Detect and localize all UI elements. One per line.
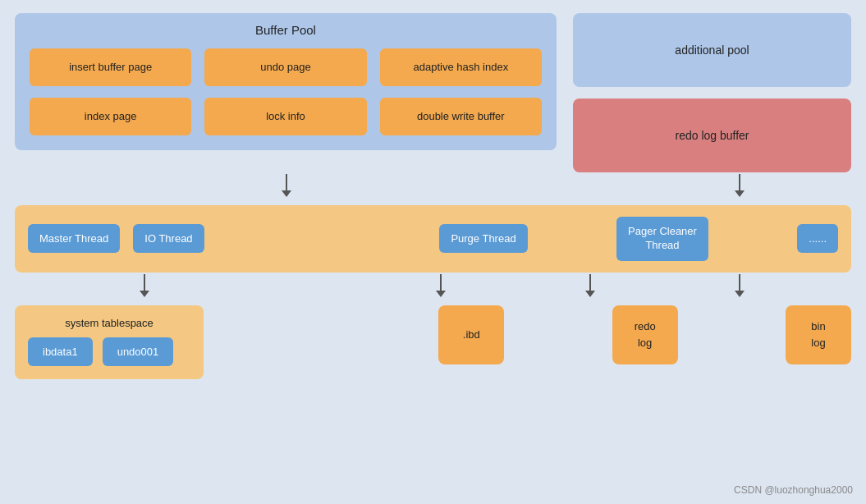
sys-inner: ibdata1 undo001	[28, 337, 190, 366]
watermark: CSDN @luozhonghua2000	[734, 484, 853, 496]
master-thread-box: Master Thread	[28, 224, 120, 253]
ibdata1-box: ibdata1	[28, 337, 93, 366]
arrow-master-down	[140, 274, 149, 297]
io-thread-box: IO Thread	[133, 224, 204, 253]
purge-thread-box: Purge Thread	[439, 224, 527, 253]
thread-row: Master Thread IO Thread Purge Thread Pag…	[15, 205, 851, 273]
more-threads-box: ......	[797, 224, 838, 253]
main-layout: Buffer Pool insert buffer page undo page…	[0, 0, 866, 504]
top-row: Buffer Pool insert buffer page undo page…	[15, 13, 851, 172]
bp-cell-double-write: double write buffer	[380, 98, 542, 135]
buffer-pool-title: Buffer Pool	[30, 23, 542, 37]
pager-cleaner-thread-box: Pager Cleaner Thread	[616, 217, 708, 261]
arrow-purge-down	[436, 274, 446, 297]
undo001-box: undo001	[103, 337, 174, 366]
arrow-buffer-to-thread	[282, 174, 291, 197]
redo-log-box: redo log	[612, 305, 678, 364]
bottom-row: system tablespace ibdata1 undo001 .ibd r…	[15, 305, 851, 379]
bp-cell-undo-page: undo page	[204, 48, 366, 86]
bp-cell-adaptive-hash: adaptive hash index	[380, 48, 542, 86]
additional-pool-box: additional pool	[573, 13, 851, 87]
bp-cell-insert-buffer: insert buffer page	[30, 48, 191, 86]
arrow-redo-to-thread	[735, 174, 745, 197]
right-column: additional pool redo log buffer	[573, 13, 851, 172]
arrow-more-down	[735, 274, 745, 297]
arrow-pager-down	[585, 274, 595, 297]
buffer-pool-grid: insert buffer page undo page adaptive ha…	[30, 48, 542, 135]
bin-log-box: bin log	[786, 305, 851, 364]
system-tablespace-title: system tablespace	[28, 317, 190, 329]
bp-cell-index-page: index page	[30, 98, 191, 135]
system-tablespace-box: system tablespace ibdata1 undo001	[15, 305, 204, 379]
redo-log-buffer-box: redo log buffer	[573, 99, 851, 172]
buffer-pool-container: Buffer Pool insert buffer page undo page…	[15, 13, 557, 150]
ibd-box: .ibd	[438, 305, 504, 364]
bp-cell-lock-info: lock info	[204, 98, 366, 135]
